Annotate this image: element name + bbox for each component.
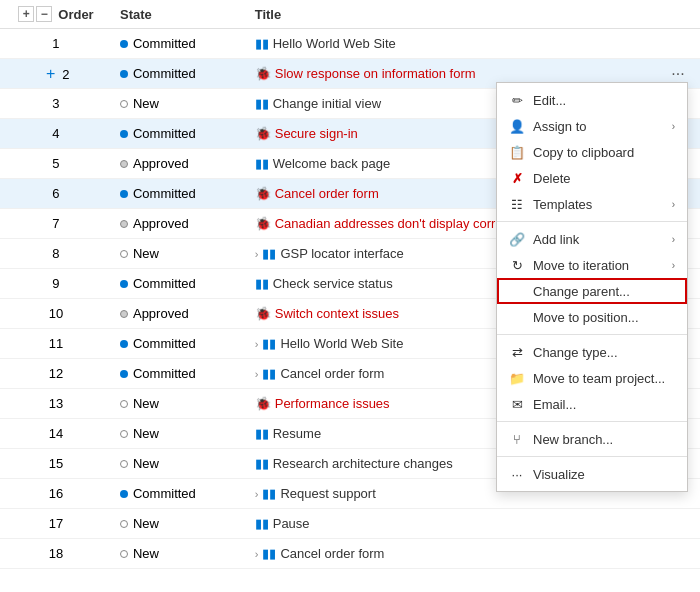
- menu-item-templates[interactable]: ☷Templates›: [497, 191, 687, 217]
- state-label: New: [133, 396, 159, 411]
- state-indicator: New: [120, 426, 159, 441]
- title-text[interactable]: Welcome back page: [273, 156, 391, 171]
- expand-chevron[interactable]: ›: [255, 548, 259, 560]
- title-text[interactable]: Change initial view: [273, 96, 381, 111]
- add-child-btn[interactable]: +: [43, 65, 59, 83]
- expand-chevron[interactable]: ›: [255, 338, 259, 350]
- order-cell: 11: [0, 329, 112, 359]
- menu-item-assign[interactable]: 👤Assign to›: [497, 113, 687, 139]
- menu-icon-add-link: 🔗: [509, 231, 525, 247]
- state-indicator: New: [120, 456, 159, 471]
- submenu-chevron: ›: [672, 121, 675, 132]
- state-indicator: Approved: [120, 306, 189, 321]
- state-label: Approved: [133, 216, 189, 231]
- menu-item-delete[interactable]: ✗Delete: [497, 165, 687, 191]
- order-cell: 16: [0, 479, 112, 509]
- state-cell: Approved: [112, 149, 247, 179]
- state-label: Committed: [133, 366, 196, 381]
- title-text[interactable]: Switch context issues: [275, 306, 399, 321]
- title-text[interactable]: Cancel order form: [275, 186, 379, 201]
- menu-icon-move-iteration: ↻: [509, 257, 525, 273]
- title-text[interactable]: Research architecture changes: [273, 456, 453, 471]
- table-row[interactable]: 18New›▮▮Cancel order form: [0, 539, 700, 569]
- title-text[interactable]: Canadian addresses don't display correct…: [275, 216, 522, 231]
- table-row[interactable]: 1Committed▮▮Hello World Web Site: [0, 29, 700, 59]
- expand-chevron[interactable]: ›: [255, 488, 259, 500]
- col-header-actions: [663, 0, 700, 29]
- story-icon: ▮▮: [255, 426, 269, 441]
- menu-label-move-iteration: Move to iteration: [533, 258, 629, 273]
- title-text[interactable]: Cancel order form: [280, 366, 384, 381]
- menu-item-new-branch[interactable]: ⑂New branch...: [497, 426, 687, 452]
- title-text[interactable]: Resume: [273, 426, 321, 441]
- menu-item-move-team[interactable]: 📁Move to team project...: [497, 365, 687, 391]
- menu-item-move-position[interactable]: Move to position...: [497, 304, 687, 330]
- state-label: Approved: [133, 156, 189, 171]
- menu-label-edit: Edit...: [533, 93, 566, 108]
- state-dot-icon: [120, 370, 128, 378]
- state-dot-icon: [120, 190, 128, 198]
- order-header-label: Order: [58, 7, 93, 22]
- story-icon: ▮▮: [255, 516, 269, 531]
- title-cell: ▮▮Hello World Web Site: [247, 29, 664, 59]
- menu-separator: [497, 456, 687, 457]
- title-text[interactable]: GSP locator interface: [280, 246, 403, 261]
- menu-separator: [497, 221, 687, 222]
- title-text[interactable]: Cancel order form: [280, 546, 384, 561]
- ellipsis-button[interactable]: ···: [671, 65, 684, 82]
- title-text[interactable]: Hello World Web Site: [280, 336, 403, 351]
- menu-icon-visualize: ···: [509, 466, 525, 482]
- title-text[interactable]: Pause: [273, 516, 310, 531]
- state-cell: Committed: [112, 179, 247, 209]
- menu-item-change-parent[interactable]: Change parent...: [497, 278, 687, 304]
- table-row[interactable]: 17New▮▮Pause: [0, 509, 700, 539]
- title-text[interactable]: Secure sign-in: [275, 126, 358, 141]
- story-icon: ▮▮: [262, 486, 276, 501]
- title-container: ▮▮Pause: [255, 516, 656, 531]
- state-label: Committed: [133, 276, 196, 291]
- menu-item-edit[interactable]: ✏Edit...: [497, 87, 687, 113]
- state-dot-icon: [120, 100, 128, 108]
- order-cell: 13: [0, 389, 112, 419]
- state-dot-icon: [120, 160, 128, 168]
- menu-item-visualize[interactable]: ···Visualize: [497, 461, 687, 487]
- menu-item-move-iteration[interactable]: ↻Move to iteration›: [497, 252, 687, 278]
- title-text[interactable]: Slow response on information form: [275, 66, 476, 81]
- col-header-title: Title: [247, 0, 664, 29]
- state-dot-icon: [120, 460, 128, 468]
- expand-all-btn[interactable]: +: [18, 6, 34, 22]
- title-container: ▮▮Hello World Web Site: [255, 36, 656, 51]
- state-cell: Committed: [112, 59, 247, 89]
- title-text[interactable]: Request support: [280, 486, 375, 501]
- state-dot-icon: [120, 550, 128, 558]
- menu-item-email[interactable]: ✉Email...: [497, 391, 687, 417]
- title-text[interactable]: Check service status: [273, 276, 393, 291]
- state-dot-icon: [120, 280, 128, 288]
- expand-chevron[interactable]: ›: [255, 368, 259, 380]
- collapse-all-btn[interactable]: −: [36, 6, 52, 22]
- state-cell: Committed: [112, 269, 247, 299]
- bug-icon: 🐞: [255, 306, 271, 321]
- bug-icon: 🐞: [255, 186, 271, 201]
- menu-separator: [497, 421, 687, 422]
- menu-item-add-link[interactable]: 🔗Add link›: [497, 226, 687, 252]
- menu-icon-delete: ✗: [509, 170, 525, 186]
- order-cell: 9: [0, 269, 112, 299]
- state-indicator: Committed: [120, 126, 196, 141]
- title-text[interactable]: Performance issues: [275, 396, 390, 411]
- order-cell: 8: [0, 239, 112, 269]
- state-cell: New: [112, 389, 247, 419]
- state-cell: Committed: [112, 359, 247, 389]
- menu-item-copy[interactable]: 📋Copy to clipboard: [497, 139, 687, 165]
- state-indicator: Committed: [120, 186, 196, 201]
- order-cell: 5: [0, 149, 112, 179]
- title-text[interactable]: Hello World Web Site: [273, 36, 396, 51]
- story-icon: ▮▮: [255, 36, 269, 51]
- menu-label-copy: Copy to clipboard: [533, 145, 634, 160]
- expand-chevron[interactable]: ›: [255, 248, 259, 260]
- actions-cell: [663, 509, 700, 539]
- state-dot-icon: [120, 220, 128, 228]
- state-indicator: Committed: [120, 66, 196, 81]
- menu-item-change-type[interactable]: ⇄Change type...: [497, 339, 687, 365]
- state-indicator: New: [120, 96, 159, 111]
